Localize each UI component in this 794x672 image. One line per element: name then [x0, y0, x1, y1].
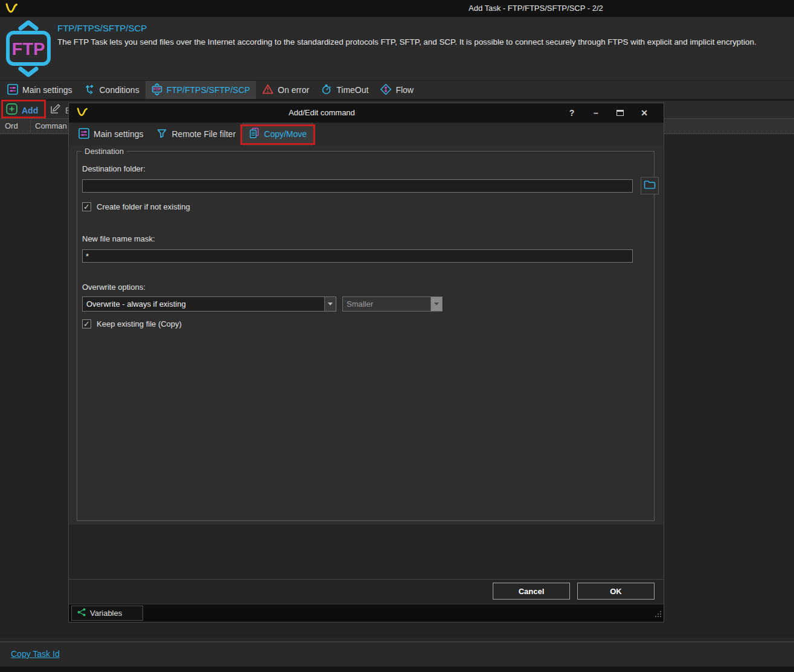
overwrite-options-dropdown[interactable]: Overwrite - always if existing — [82, 296, 336, 312]
close-button[interactable]: ✕ — [632, 108, 656, 118]
overwrite-options-value: Overwrite - always if existing — [83, 297, 324, 311]
checkbox-checked-icon[interactable] — [82, 319, 91, 328]
column-separator — [30, 120, 31, 133]
ftp-task-icon: FTP — [4, 21, 53, 80]
help-button[interactable]: ? — [560, 108, 584, 118]
tab-label: Main settings — [22, 85, 72, 95]
branch-arrows-icon — [84, 84, 95, 97]
size-condition-value: Smaller — [343, 297, 431, 311]
ftp-badge-icon: FTP — [152, 83, 162, 97]
column-ord[interactable]: Ord — [5, 121, 18, 130]
tab-label: On error — [278, 85, 309, 95]
cancel-button[interactable]: Cancel — [493, 583, 570, 600]
sliders-icon — [78, 128, 89, 141]
window-bottom-edge — [0, 667, 794, 672]
dropdown-arrow-button[interactable] — [324, 297, 336, 311]
main-tab-strip: Main settings Conditions FTP FTP/FTPS/SF… — [0, 80, 794, 99]
keep-existing-file-checkbox-label: Keep existing file (Copy) — [97, 319, 182, 328]
tab-conditions[interactable]: Conditions — [78, 81, 145, 99]
copy-documents-icon — [249, 127, 260, 141]
variables-button[interactable]: Variables — [71, 606, 143, 621]
bottom-bar: Copy Task Id — [0, 642, 794, 667]
tab-label: Flow — [395, 85, 414, 95]
tab-label: TimeOut — [336, 85, 368, 95]
dialog-title: Add/Edit command — [289, 108, 355, 117]
resize-grip[interactable] — [654, 609, 662, 620]
keep-existing-file-checkbox[interactable]: Keep existing file (Copy) — [82, 319, 182, 328]
app-logo-icon — [5, 3, 18, 16]
chevron-down-icon — [434, 302, 439, 306]
dialog-tab-copy-move[interactable]: Copy/Move — [242, 123, 313, 146]
browse-folder-button[interactable] — [641, 177, 659, 194]
file-name-mask-input[interactable] — [82, 249, 633, 263]
dialog-statusbar: Variables — [69, 604, 664, 622]
tab-timeout[interactable]: TimeOut — [315, 81, 374, 99]
task-type-title: FTP/FTPS/SFTP/SCP — [57, 23, 147, 33]
destination-folder-input[interactable] — [82, 179, 633, 193]
add-button-label: Add — [22, 106, 38, 115]
dialog-footer-divider — [69, 579, 664, 580]
overwrite-options-label: Overwrite options: — [82, 283, 146, 292]
tab-flow[interactable]: Flow — [374, 81, 420, 99]
task-header: FTP FTP/FTPS/SFTP/SCP The FTP Task lets … — [0, 17, 794, 80]
dropdown-arrow-button — [431, 297, 442, 311]
dialog-window-controls: ? – ✕ — [560, 103, 656, 123]
ftp-icon-text: FTP — [12, 39, 45, 59]
chevron-down-icon — [328, 302, 333, 306]
app-window: Add Task - FTP/FTPS/SFTP/SCP - 2/2 FTP F… — [0, 0, 794, 672]
copy-move-tab-page: Destination Destination folder: Create f… — [69, 146, 663, 525]
ok-button[interactable]: OK — [577, 583, 655, 600]
ftp-badge-text: FTP — [153, 87, 161, 91]
dialog-tab-remote-file-filter[interactable]: Remote File filter — [150, 123, 242, 146]
stopwatch-icon — [321, 84, 332, 97]
tab-ftp-ftps-sftp-scp[interactable]: FTP FTP/FTPS/SFTP/SCP — [146, 81, 256, 99]
checkbox-checked-icon[interactable] — [82, 202, 91, 211]
warning-triangle-icon — [262, 84, 274, 96]
maximize-button[interactable] — [608, 108, 632, 118]
folder-icon — [644, 180, 656, 192]
dialog-logo-icon — [77, 107, 88, 119]
maximize-icon — [616, 110, 624, 116]
destination-folder-label: Destination folder: — [82, 164, 146, 173]
add-button[interactable]: Add — [6, 103, 38, 117]
create-folder-checkbox[interactable]: Create folder if not existing — [82, 202, 190, 211]
funnel-icon — [156, 128, 167, 141]
pencil-icon — [50, 103, 61, 117]
sliders-icon — [7, 84, 18, 97]
destination-group-legend: Destination — [82, 147, 127, 156]
file-name-mask-label: New file name mask: — [82, 234, 155, 243]
tab-on-error[interactable]: On error — [256, 81, 315, 99]
tab-main-settings[interactable]: Main settings — [1, 81, 78, 99]
tab-label: Remote File filter — [171, 129, 235, 139]
tab-label: Copy/Move — [264, 129, 307, 139]
dialog-tab-main-settings[interactable]: Main settings — [72, 123, 150, 146]
plus-icon — [6, 103, 18, 117]
main-titlebar: Add Task - FTP/FTPS/SFTP/SCP - 2/2 — [0, 0, 794, 17]
window-title: Add Task - FTP/FTPS/SFTP/SCP - 2/2 — [469, 4, 603, 13]
task-description: The FTP Task lets you send files over th… — [57, 37, 793, 46]
create-folder-checkbox-label: Create folder if not existing — [97, 202, 190, 211]
size-condition-dropdown-disabled: Smaller — [342, 296, 443, 312]
minimize-button[interactable]: – — [584, 108, 608, 118]
tab-label: Conditions — [99, 85, 139, 95]
tab-label: Main settings — [94, 129, 143, 139]
flow-diamond-icon — [380, 84, 391, 97]
dialog-tab-strip: Main settings Remote File filter Copy/Mo… — [69, 123, 664, 146]
variables-share-icon — [77, 607, 86, 619]
column-command[interactable]: Comman — [35, 121, 67, 130]
dialog-titlebar[interactable]: Add/Edit command ? – ✕ — [69, 103, 664, 123]
add-edit-command-dialog: Add/Edit command ? – ✕ Main settings Rem… — [68, 103, 664, 622]
tab-label: FTP/FTPS/SFTP/SCP — [167, 85, 250, 95]
copy-task-id-link[interactable]: Copy Task Id — [11, 649, 60, 659]
variables-button-label: Variables — [90, 609, 122, 618]
